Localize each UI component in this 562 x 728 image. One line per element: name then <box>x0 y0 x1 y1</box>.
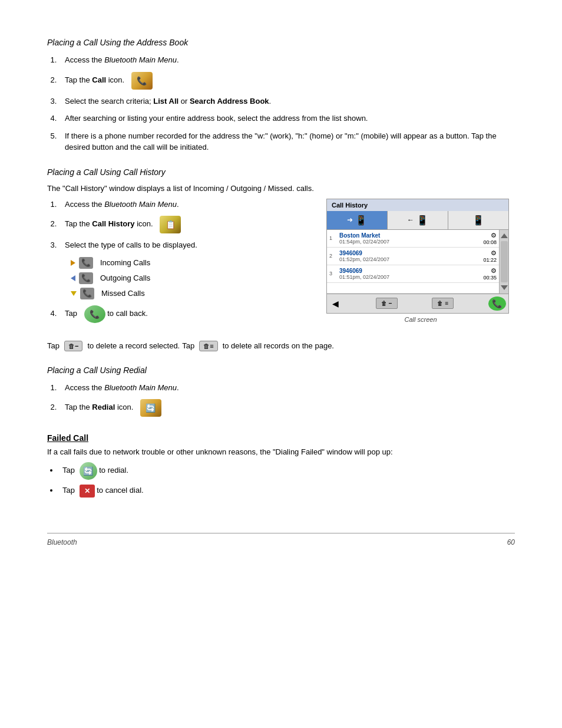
ch-incoming-phone: 📱 <box>355 215 367 226</box>
delete-all-label: ≡ <box>445 300 448 307</box>
ch-row3-num: 3 <box>329 271 338 276</box>
ch-call-btn[interactable]: 📞 <box>488 297 506 311</box>
ch-row3-date: 01:51pm, 02/24/2007 <box>339 274 471 280</box>
failed-call-title: Failed Call <box>47 433 515 443</box>
ch-row3-name: 3946069 <box>339 268 471 274</box>
call-history-footer: ◀ 🗑 − 🗑 ≡ 📞 <box>327 294 508 313</box>
ch-call-icon: 📞 <box>492 299 502 308</box>
call-history-toolbar: ➜ 📱 ← 📱 📱 <box>327 211 508 230</box>
delete-selected-minus: − <box>75 342 78 350</box>
footer-left: Bluetooth <box>47 538 77 546</box>
step1-italic: Bluetooth Main Menu <box>104 55 177 64</box>
redial-step-2: Tap the Redial icon. <box>59 399 515 417</box>
scroll-up-icon[interactable] <box>501 233 508 238</box>
call-screen-caption: Call screen <box>326 316 515 323</box>
call-history-two-col: Access the Bluetooth Main Menu. Tap the … <box>47 199 515 329</box>
redial-icon-image <box>140 399 161 417</box>
failed-call-intro: If a call fails due to network trouble o… <box>47 447 515 456</box>
delete-note-row: Tap 🗑 − to delete a record selected. Tap… <box>47 341 515 351</box>
redial-circle-icon <box>80 462 97 480</box>
tap-label-2: Tap <box>182 341 194 350</box>
scroll-track <box>501 241 508 282</box>
incoming-calls-row: 📞 Incoming Calls <box>71 257 309 269</box>
delete-all-icon: 🗑 <box>437 300 443 307</box>
ch-row3-dur: ⚙ 00:35 <box>473 267 497 281</box>
missed-arrow-icon <box>71 291 77 296</box>
address-book-section: Placing a Call Using the Address Book Ac… <box>47 38 515 153</box>
call-history-left: Access the Bluetooth Main Menu. Tap the … <box>47 199 309 329</box>
ch-row1-num: 1 <box>329 235 338 241</box>
outgoing-arrow-icon <box>71 275 75 281</box>
outgoing-calls-icon: 📞 <box>71 272 93 284</box>
step-4: After searching or listing your entire a… <box>59 113 515 124</box>
outgoing-calls-label: Outgoing Calls <box>100 272 150 284</box>
ch-row1-date: 01:54pm, 02/24/2007 <box>339 239 471 245</box>
failed-bullet-1: Tap to redial. <box>59 462 515 480</box>
ch-row1-dur: ⚙ 00:08 <box>473 232 497 245</box>
redial-step1-italic: Bluetooth Main Menu <box>104 383 177 392</box>
step2-bold: Call <box>92 75 106 84</box>
incoming-phone-icon: 📞 <box>79 257 93 269</box>
redial-section: Placing a Call Using Redial Access the B… <box>47 365 515 417</box>
ch-row2-duration: 01:22 <box>483 257 497 263</box>
step-2: Tap the Call icon. <box>59 72 515 90</box>
call-types-list: 📞 Incoming Calls 📞 Outgoing Calls <box>71 257 309 299</box>
delete-selected-btn[interactable]: 🗑 − <box>64 341 82 351</box>
ch-row1-gear-icon: ⚙ <box>491 232 497 239</box>
ch-row2-info: 3946069 01:52pm, 02/24/2007 <box>338 250 473 262</box>
step-5: If there is a phone number recorded for … <box>59 130 515 153</box>
ch-missed-phone: 📱 <box>472 215 484 226</box>
call-icon-image <box>131 72 153 90</box>
failed-bullet-2: Tap ✕ to cancel dial. <box>59 485 515 498</box>
callback-icon-image <box>84 305 105 323</box>
call-history-steps: Access the Bluetooth Main Menu. Tap the … <box>59 199 309 323</box>
ch-back-btn[interactable]: ◀ <box>329 299 341 308</box>
search-address-book-label: Search Address Book <box>190 97 269 106</box>
ch-incoming-btn[interactable]: ➜ 📱 <box>327 211 388 229</box>
redial-step2-bold: Redial <box>92 403 115 411</box>
ch-missed-btn[interactable]: 📱 <box>448 211 508 229</box>
failed-bullet-2-text: to cancel dial. <box>97 486 144 495</box>
redial-title: Placing a Call Using Redial <box>47 365 515 375</box>
outgoing-phone-icon: 📞 <box>79 272 93 284</box>
ch-step2-bold: Call History <box>92 219 134 228</box>
ch-delete-all-btn[interactable]: 🗑 ≡ <box>432 298 454 309</box>
page-content: Placing a Call Using the Address Book Ac… <box>47 38 515 498</box>
scroll-down-icon[interactable] <box>501 285 508 290</box>
missed-calls-label: Missed Calls <box>101 288 145 299</box>
ch-step-3: Select the type of calls to be displayed… <box>59 239 309 299</box>
ch-row3-gear-icon: ⚙ <box>491 267 497 274</box>
delete-all-page-icon: 🗑 <box>203 342 210 350</box>
page-footer: Bluetooth 60 <box>47 533 515 546</box>
ch-row2-num: 2 <box>329 253 338 259</box>
delete-one-label: − <box>389 300 392 307</box>
call-history-box: Call History ➜ 📱 ← 📱 📱 <box>326 199 509 314</box>
call-history-icon-image <box>160 216 181 233</box>
failed-call-section: Failed Call If a call fails due to netwo… <box>47 433 515 498</box>
ch-outgoing-arrow: ← <box>407 216 414 224</box>
ch-outgoing-phone: 📱 <box>416 215 428 226</box>
delete-note-before: to delete a record selected. <box>87 341 180 350</box>
missed-phone-icon: 📞 <box>80 288 94 299</box>
ch-row-1: 1 Boston Market 01:54pm, 02/24/2007 ⚙ 00… <box>327 230 499 248</box>
ch-outgoing-btn[interactable]: ← 📱 <box>388 211 448 229</box>
call-history-box-header: Call History <box>327 199 508 211</box>
ch-step1-italic: Bluetooth Main Menu <box>104 200 177 209</box>
redial-step-1: Access the Bluetooth Main Menu. <box>59 382 515 394</box>
failed-bullet-1-text: to redial. <box>99 466 128 475</box>
ch-row2-gear-icon: ⚙ <box>491 249 497 256</box>
delete-one-icon: 🗑 <box>381 300 387 307</box>
ch-row2-date: 01:52pm, 02/24/2007 <box>339 256 471 262</box>
call-history-scrollbar <box>499 230 508 294</box>
call-history-section: Placing a Call Using Call History The "C… <box>47 167 515 329</box>
delete-all-page-btn[interactable]: 🗑 ≡ <box>199 341 217 351</box>
ch-delete-one-btn[interactable]: 🗑 − <box>376 298 398 309</box>
call-history-main: 1 Boston Market 01:54pm, 02/24/2007 ⚙ 00… <box>327 230 508 294</box>
missed-calls-icon: 📞 <box>71 288 94 299</box>
missed-calls-row: 📞 Missed Calls <box>71 288 309 299</box>
step-3: Select the search criteria; List All or … <box>59 95 515 107</box>
incoming-calls-icon: 📞 <box>71 257 93 269</box>
failed-call-bullets: Tap to redial. Tap ✕ to cancel dial. <box>59 462 515 498</box>
call-history-box-title: Call History <box>332 202 368 209</box>
address-book-steps: Access the Bluetooth Main Menu. Tap the … <box>59 54 515 153</box>
